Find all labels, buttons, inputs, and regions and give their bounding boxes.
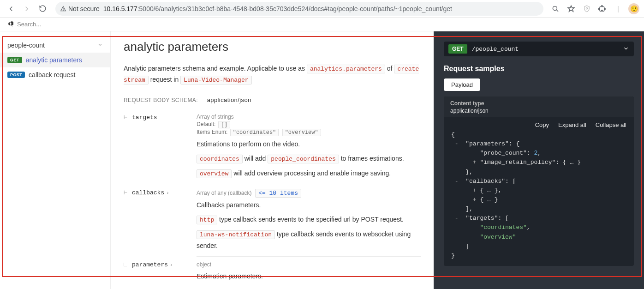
sidebar: people-count GET analytic parameters POS… (0, 31, 111, 289)
endpoint-selector[interactable]: GET /people_count (444, 42, 634, 56)
doc-search-bar[interactable]: Search... (0, 18, 644, 31)
svg-point-1 (553, 6, 557, 10)
search-icon (7, 21, 13, 27)
address-bar[interactable]: Not secure 10.16.5.177:5000/6/analytics/… (55, 2, 543, 16)
expand-all-button[interactable]: Expand all (558, 121, 586, 128)
http-method: GET (448, 44, 467, 54)
copy-button[interactable]: Copy (535, 121, 549, 128)
sidebar-tag[interactable]: people-count (0, 38, 110, 53)
description: Analytic parameters schema and example. … (124, 63, 421, 85)
prop-parameters[interactable]: ∟parameters› object Estimation parameter… (124, 257, 421, 287)
bookmark-icon[interactable] (566, 3, 577, 14)
sidebar-item-label: analytic parameters (26, 56, 82, 64)
forward-button[interactable] (20, 2, 33, 15)
chevron-down-icon (623, 45, 629, 53)
security-label: Not secure (68, 5, 100, 12)
json-sample[interactable]: { - "parameters": { "probe_count": 2, + … (444, 130, 634, 260)
chevron-down-icon (97, 42, 103, 49)
schema-table: ⊢targets Array of strings Default: [] It… (124, 109, 421, 287)
content-type-value: application/json (450, 108, 627, 114)
prop-callbacks[interactable]: ⊢callbacks› Array of any (callback) <= 1… (124, 184, 421, 257)
sidebar-item-analytic-parameters[interactable]: GET analytic parameters (0, 53, 110, 67)
zoom-icon[interactable] (550, 3, 561, 14)
sample-box: Content type application/json Copy Expan… (444, 96, 634, 266)
svg-point-2 (586, 7, 587, 9)
prop-targets: ⊢targets Array of strings Default: [] It… (124, 109, 421, 184)
url-text: 10.16.5.177:5000/6/analytics/31b3e0cf-b8… (103, 5, 452, 12)
content-type-label: Content type (450, 100, 627, 107)
endpoint-path: /people_count (472, 46, 618, 53)
sidebar-tag-label: people-count (7, 42, 45, 49)
security-indicator[interactable]: Not secure (60, 5, 100, 12)
schema-label: REQUEST BODY SCHEMA: application/json (124, 96, 421, 103)
shield-icon[interactable] (581, 3, 592, 14)
samples-heading: Request samples (444, 65, 634, 73)
main-content: analytic parameters Analytic parameters … (111, 31, 434, 289)
svg-point-0 (63, 10, 64, 11)
tab-payload[interactable]: Payload (444, 78, 480, 91)
method-badge-get: GET (7, 57, 22, 63)
collapse-all-button[interactable]: Collapse all (596, 121, 626, 128)
method-badge-post: POST (7, 72, 25, 78)
divider: | (613, 3, 624, 14)
search-placeholder: Search... (17, 21, 41, 28)
code-chip: Luna-Video-Manager (180, 76, 251, 84)
code-chip: analytics.parameters (307, 65, 385, 73)
page-title: analytic parameters (124, 40, 421, 54)
sidebar-item-callback-request[interactable]: POST callback request (0, 67, 110, 82)
back-button[interactable] (5, 2, 18, 15)
profile-avatar[interactable]: 🙂 (628, 3, 639, 14)
sidebar-item-label: callback request (29, 71, 75, 78)
samples-panel: GET /people_count Request samples Payloa… (434, 31, 644, 289)
chevron-right-icon: › (166, 190, 169, 196)
chevron-right-icon: › (170, 262, 173, 268)
reload-button[interactable] (36, 2, 49, 15)
browser-toolbar: Not secure 10.16.5.177:5000/6/analytics/… (0, 0, 644, 18)
extensions-icon[interactable] (597, 3, 608, 14)
